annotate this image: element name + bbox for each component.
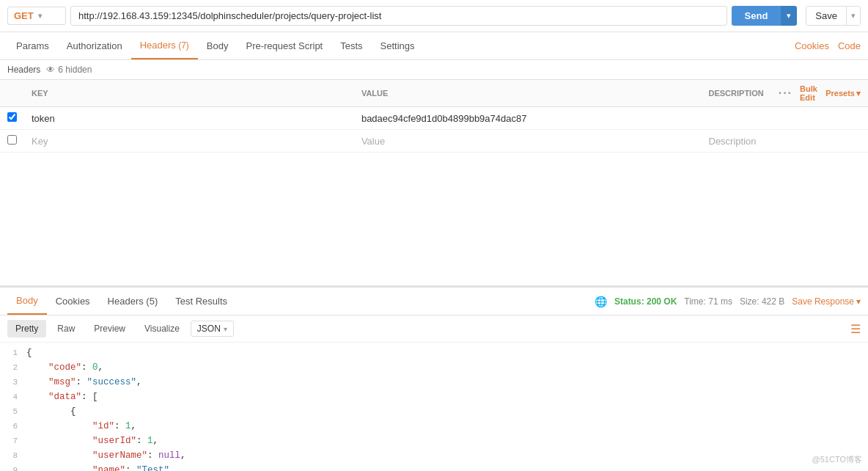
json-line: 5 { [0,404,868,419]
save-button[interactable]: Save [806,7,846,25]
format-right-icons: ☰ [850,322,861,336]
headers-sub-bar: Headers 👁 6 hidden [0,60,868,80]
method-select[interactable]: GET ▾ [7,7,66,25]
response-meta: 🌐 Status: 200 OK Time: 71 ms Size: 422 B… [595,296,861,307]
request-section: KEY VALUE DESCRIPTION ··· Bulk Edit Pres… [0,80,868,285]
hidden-count: 6 hidden [58,65,92,75]
headers-label: Headers [7,65,40,75]
response-tab-cookies[interactable]: Cookies [47,288,99,314]
tab-params[interactable]: Params [7,33,58,59]
response-tabs-bar: Body Cookies Headers (5) Test Results 🌐 … [0,288,868,315]
tab-settings[interactable]: Settings [372,33,424,59]
col-key: KEY [24,80,354,107]
json-line: 4 "data": [ [0,390,868,404]
hidden-count-badge: 👁 6 hidden [46,65,92,75]
json-line: 1 { [0,346,868,360]
wrap-lines-icon[interactable]: ☰ [850,322,861,336]
send-button[interactable]: Send [732,6,781,26]
tab-headers[interactable]: Headers (7) [131,32,198,59]
globe-icon: 🌐 [595,296,607,307]
json-response-body: 1 { 2 "code": 0, 3 "msg": "success", 4 "… [0,343,868,471]
header-row-token: token badaec94cfe9d1d0b4899bb9a74dac87 [0,107,868,130]
watermark: @51CTO博客 [812,454,862,465]
more-options-button[interactable]: ··· [779,87,792,100]
bulk-edit-button[interactable]: Bulk Edit [800,84,818,102]
fmt-tab-visualize[interactable]: Visualize [136,320,188,337]
method-arrow-icon: ▾ [38,12,42,20]
token-value-value: badaec94cfe9d1d0b4899bb9a74dac87 [361,113,527,124]
top-right-links: Cookies Code [795,40,861,51]
tab-body[interactable]: Body [198,33,238,59]
send-arrow-button[interactable]: ▾ [781,6,797,26]
new-key-input[interactable] [32,136,347,147]
request-tabs: Params Authorization Headers (7) Body Pr… [0,32,868,60]
tab-prerequest[interactable]: Pre-request Script [237,33,331,59]
save-arrow-button[interactable]: ▾ [846,7,860,25]
new-value-input[interactable] [361,136,694,147]
response-section: Body Cookies Headers (5) Test Results 🌐 … [0,285,868,471]
code-link[interactable]: Code [838,40,861,51]
eye-icon: 👁 [46,65,55,75]
json-line: 3 "msg": "success", [0,375,868,390]
method-label: GET [14,10,34,21]
response-tab-body[interactable]: Body [7,288,47,315]
header-row-empty [0,130,868,153]
col-check [0,80,24,107]
response-size: Size: 422 B [740,296,784,307]
token-checkbox[interactable] [7,112,17,122]
top-bar: GET ▾ Send ▾ Save ▾ [0,0,868,32]
url-input[interactable] [70,6,727,26]
format-tabs: Pretty Raw Preview Visualize JSON ▾ ☰ [0,315,868,343]
response-tab-headers5[interactable]: Headers (5) [99,288,167,314]
fmt-tab-pretty[interactable]: Pretty [7,320,46,337]
token-key-value: token [32,113,55,124]
tab-tests[interactable]: Tests [331,33,371,59]
fmt-tab-preview[interactable]: Preview [86,320,133,337]
save-response-button[interactable]: Save Response ▾ [792,296,861,307]
presets-button[interactable]: Presets ▾ [825,89,861,98]
new-desc-input[interactable] [709,136,861,147]
fmt-tab-raw[interactable]: Raw [49,320,83,337]
json-line: 7 "userId": 1, [0,434,868,448]
response-status: Status: 200 OK [614,296,677,307]
json-line: 2 "code": 0, [0,360,868,375]
json-line: 9 "name": "Test", [0,463,868,471]
send-button-group: Send ▾ [732,6,798,26]
empty-checkbox[interactable] [7,135,17,145]
json-line: 8 "userName": null, [0,448,868,463]
col-value: VALUE [354,80,702,107]
headers-table: KEY VALUE DESCRIPTION ··· Bulk Edit Pres… [0,80,868,153]
response-tab-test-results[interactable]: Test Results [166,288,236,314]
save-button-group: Save ▾ [806,6,861,26]
json-line: 6 "id": 1, [0,419,868,434]
json-format-select[interactable]: JSON ▾ [191,321,234,337]
cookies-link[interactable]: Cookies [795,40,829,51]
col-description: DESCRIPTION ··· Bulk Edit Presets ▾ [702,80,869,107]
response-time: Time: 71 ms [684,296,732,307]
tab-authorization[interactable]: Authorization [58,33,131,59]
